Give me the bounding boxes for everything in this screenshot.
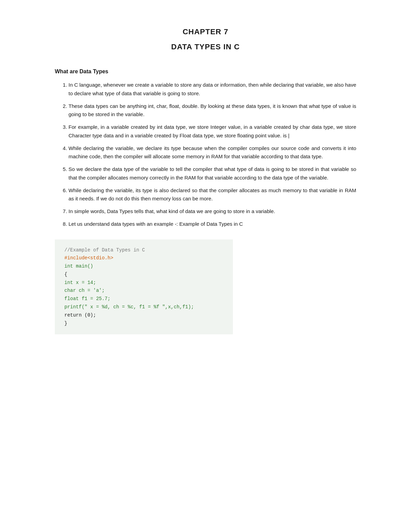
code-include: #include<stdio.h>	[64, 254, 223, 262]
subtitle: DATA TYPES IN C	[55, 42, 356, 51]
list-item-6: While declaring the variable, its type i…	[68, 186, 356, 203]
code-line5: return (0);	[64, 311, 223, 320]
data-types-list: In C language, whenever we create a vari…	[55, 81, 356, 228]
code-block: //Example of Data Types in C #include<st…	[55, 239, 233, 335]
code-main-def: int main()	[64, 262, 223, 271]
list-item-1: In C language, whenever we create a vari…	[68, 81, 356, 98]
section-heading: What are Data Types	[55, 69, 356, 75]
code-brace-open: {	[64, 271, 223, 279]
list-item-5: So we declare the data type of the varia…	[68, 165, 356, 182]
code-line4: printf(" x = %d, ch = %c, f1 = %f ",x,ch…	[64, 303, 223, 311]
list-item-4: While declaring the variable, we declare…	[68, 144, 356, 161]
list-item-8: Let us understand data types with an exa…	[68, 220, 356, 228]
page: CHAPTER 7 DATA TYPES IN C What are Data …	[0, 0, 411, 532]
list-item-3: For example, in a variable created by in…	[68, 123, 356, 140]
chapter-title: CHAPTER 7	[55, 27, 356, 36]
code-line2: char ch = 'a';	[64, 287, 223, 295]
code-comment: //Example of Data Types in C	[64, 246, 223, 255]
list-item-2: These data types can be anything int, ch…	[68, 102, 356, 119]
code-brace-close: }	[64, 320, 223, 328]
list-item-7: In simple words, Data Types tells that, …	[68, 207, 356, 216]
code-line3: float f1 = 25.7;	[64, 295, 223, 303]
code-line1: int x = 14;	[64, 279, 223, 287]
